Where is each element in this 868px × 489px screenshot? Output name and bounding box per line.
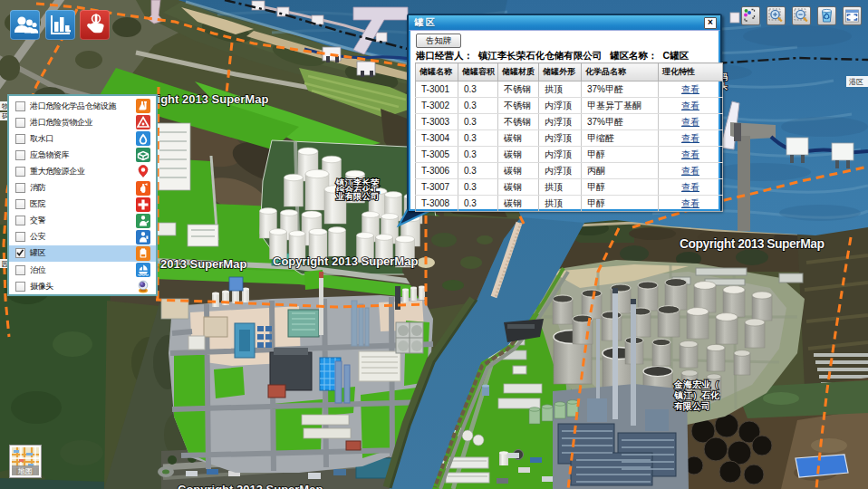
svg-text:有限公司: 有限公司 bbox=[673, 401, 710, 411]
svg-text:Copyright 2013 SuperMap: Copyright 2013 SuperMap bbox=[178, 483, 323, 489]
svg-text:Copyright 2013 SuperMap: Copyright 2013 SuperMap bbox=[273, 254, 418, 268]
svg-text:港区: 港区 bbox=[849, 78, 863, 86]
svg-text:地图: 地图 bbox=[17, 467, 33, 475]
svg-text:Copyright 2013 SuperMap: Copyright 2013 SuperMap bbox=[680, 236, 825, 251]
svg-text:金海宏业（: 金海宏业（ bbox=[673, 379, 719, 389]
svg-text:业有限公司: 业有限公司 bbox=[335, 191, 380, 201]
svg-text:镇江）石化: 镇江）石化 bbox=[673, 390, 720, 400]
